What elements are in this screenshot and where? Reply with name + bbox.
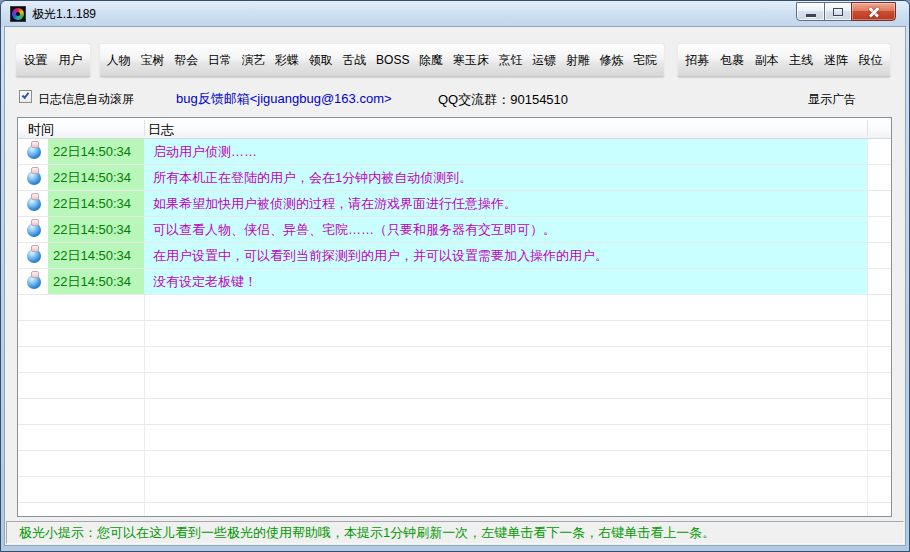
log-table-header: 时间 日志	[18, 118, 891, 139]
row-icon-cell	[18, 269, 48, 294]
table-row[interactable]: 22日14:50:34 如果希望加快用户被侦测的过程，请在游戏界面进行任意操作。	[18, 191, 891, 217]
close-button[interactable]	[851, 2, 896, 21]
minimize-icon	[806, 14, 816, 17]
caption-buttons	[797, 2, 896, 21]
time-cell: 22日14:50:34	[48, 269, 144, 294]
blue-ball-icon	[27, 197, 41, 211]
header-separator	[867, 120, 868, 136]
app-window: 极光1.1.189 设置用户 人物宝树帮会日常演艺彩蝶领取舌战BOSS除魔寒玉床…	[0, 0, 910, 552]
close-icon	[868, 6, 880, 18]
column-header-time[interactable]: 时间	[28, 121, 54, 139]
blue-ball-icon	[27, 171, 41, 185]
row-icon-cell	[18, 191, 48, 216]
table-row[interactable]: 22日14:50:34 没有设定老板键！	[18, 269, 891, 295]
toolbar-button-除魔[interactable]: 除魔	[416, 48, 446, 73]
header-separator	[144, 120, 145, 136]
maximize-icon	[833, 8, 843, 16]
toolbar-button-副本[interactable]: 副本	[752, 48, 782, 73]
toolbar-button-用户[interactable]: 用户	[56, 48, 86, 73]
toolbar-button-日常[interactable]: 日常	[205, 48, 235, 73]
blue-ball-icon	[27, 223, 41, 237]
toolbar-button-人物[interactable]: 人物	[104, 48, 134, 73]
bug-feedback-link[interactable]: bug反馈邮箱<jiguangbug@163.com>	[176, 90, 392, 108]
maximize-button[interactable]	[824, 2, 852, 21]
toolbar-button-演艺[interactable]: 演艺	[238, 48, 268, 73]
table-row-empty[interactable]	[18, 477, 891, 503]
log-message-cell: 在用户设置中，可以看到当前探测到的用户，并可以设置需要加入操作的用户。	[144, 243, 867, 268]
time-cell: 22日14:50:34	[48, 139, 144, 164]
table-row-empty[interactable]	[18, 451, 891, 477]
row-icon-cell	[18, 217, 48, 242]
time-cell: 22日14:50:34	[48, 243, 144, 268]
row-icon-cell	[18, 243, 48, 268]
toolbar-button-迷阵[interactable]: 迷阵	[821, 48, 851, 73]
options-row: 日志信息自动滚屏 bug反馈邮箱<jiguangbug@163.com> QQ交…	[5, 87, 905, 107]
toolbar-group-extra: 招募包裹副本主线迷阵段位	[677, 43, 891, 77]
toolbar-button-寒玉床[interactable]: 寒玉床	[450, 48, 492, 73]
client-area: 设置用户 人物宝树帮会日常演艺彩蝶领取舌战BOSS除魔寒玉床烹饪运镖射雕修炼宅院…	[5, 27, 905, 545]
toolbar-button-招募[interactable]: 招募	[682, 48, 712, 73]
table-row-empty[interactable]	[18, 503, 891, 517]
table-row[interactable]: 22日14:50:34 所有本机正在登陆的用户，会在1分钟内被自动侦测到。	[18, 165, 891, 191]
show-ads-link[interactable]: 显示广告	[808, 91, 856, 108]
qq-group-label: QQ交流群：90154510	[438, 91, 568, 109]
table-row-empty[interactable]	[18, 373, 891, 399]
toolbar-button-宝树[interactable]: 宝树	[137, 48, 167, 73]
blue-ball-icon	[27, 275, 41, 289]
log-message-cell: 没有设定老板键！	[144, 269, 867, 294]
log-message-cell: 启动用户侦测……	[144, 139, 867, 164]
autoscroll-checkbox[interactable]	[19, 90, 32, 103]
blue-ball-icon	[27, 249, 41, 263]
table-row[interactable]: 22日14:50:34 可以查看人物、侠侣、异兽、宅院……（只要和服务器有交互即…	[18, 217, 891, 243]
time-cell: 22日14:50:34	[48, 191, 144, 216]
toolbar-button-运镖[interactable]: 运镖	[529, 48, 559, 73]
toolbar-button-主线[interactable]: 主线	[786, 48, 816, 73]
row-icon-cell	[18, 139, 48, 164]
toolbar-button-领取[interactable]: 领取	[306, 48, 336, 73]
autoscroll-label: 日志信息自动滚屏	[38, 91, 134, 108]
table-row-empty[interactable]	[18, 321, 891, 347]
toolbar-button-包裹[interactable]: 包裹	[717, 48, 747, 73]
table-row[interactable]: 22日14:50:34 启动用户侦测……	[18, 139, 891, 165]
table-row-empty[interactable]	[18, 399, 891, 425]
toolbar-group-features: 人物宝树帮会日常演艺彩蝶领取舌战BOSS除魔寒玉床烹饪运镖射雕修炼宅院	[99, 43, 665, 77]
status-bar[interactable]: 极光小提示：您可以在这儿看到一些极光的使用帮助哦，本提示1分钟刷新一次，左键单击…	[6, 521, 904, 544]
blue-ball-icon	[27, 145, 41, 159]
toolbar-button-彩蝶[interactable]: 彩蝶	[272, 48, 302, 73]
time-cell: 22日14:50:34	[48, 217, 144, 242]
toolbar-button-宅院[interactable]: 宅院	[630, 48, 660, 73]
table-row-empty[interactable]	[18, 295, 891, 321]
toolbar-button-段位[interactable]: 段位	[856, 48, 886, 73]
column-header-log[interactable]: 日志	[148, 121, 174, 139]
time-cell: 22日14:50:34	[48, 165, 144, 190]
toolbar-button-舌战[interactable]: 舌战	[339, 48, 369, 73]
log-message-cell: 如果希望加快用户被侦测的过程，请在游戏界面进行任意操作。	[144, 191, 867, 216]
table-row-empty[interactable]	[18, 425, 891, 451]
checkbox-check-icon	[22, 91, 30, 99]
app-aurora-icon	[10, 6, 26, 22]
row-icon-cell	[18, 165, 48, 190]
window-title: 极光1.1.189	[32, 6, 96, 23]
status-tip-text: 极光小提示：您可以在这儿看到一些极光的使用帮助哦，本提示1分钟刷新一次，左键单击…	[19, 525, 715, 540]
log-table: 时间 日志 22日14:50:34 启动用户侦测…… 22日14:50:34 所…	[17, 117, 892, 517]
log-rows: 22日14:50:34 启动用户侦测…… 22日14:50:34 所有本机正在登…	[18, 139, 891, 517]
toolbar-button-修炼[interactable]: 修炼	[596, 48, 626, 73]
toolbar-button-烹饪[interactable]: 烹饪	[495, 48, 525, 73]
table-row[interactable]: 22日14:50:34 在用户设置中，可以看到当前探测到的用户，并可以设置需要加…	[18, 243, 891, 269]
minimize-button[interactable]	[796, 2, 825, 21]
toolbar-button-帮会[interactable]: 帮会	[171, 48, 201, 73]
toolbar-group-main: 设置用户	[15, 43, 91, 77]
table-row-empty[interactable]	[18, 347, 891, 373]
toolbar-button-设置[interactable]: 设置	[21, 48, 51, 73]
log-message-cell: 所有本机正在登陆的用户，会在1分钟内被自动侦测到。	[144, 165, 867, 190]
log-message-cell: 可以查看人物、侠侣、异兽、宅院……（只要和服务器有交互即可）。	[144, 217, 867, 242]
toolbar-button-射雕[interactable]: 射雕	[563, 48, 593, 73]
toolbar-button-BOSS[interactable]: BOSS	[373, 49, 412, 71]
titlebar[interactable]: 极光1.1.189	[1, 1, 909, 27]
